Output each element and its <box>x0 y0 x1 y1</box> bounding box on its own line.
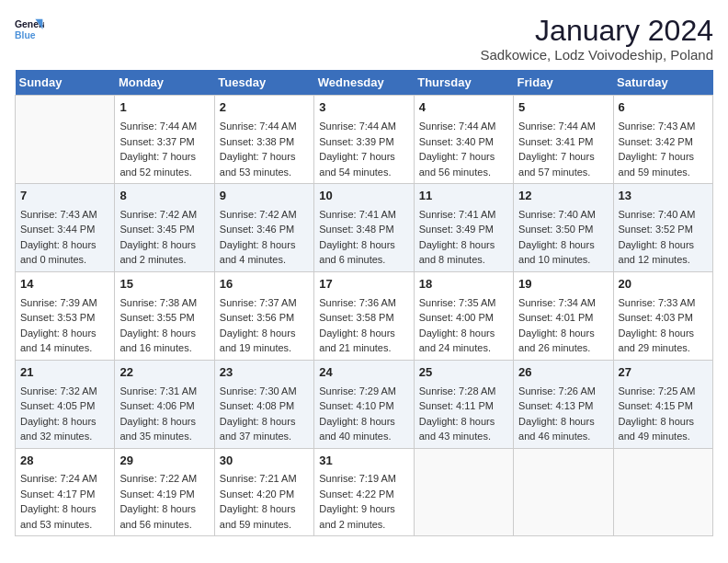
cell-day-number: 9 <box>220 188 309 205</box>
cell-day-number: 11 <box>419 188 508 205</box>
calendar-cell: 20Sunrise: 7:33 AMSunset: 4:03 PMDayligh… <box>613 271 712 360</box>
calendar-cell: 23Sunrise: 7:30 AMSunset: 4:08 PMDayligh… <box>214 360 313 448</box>
cell-info: Sunrise: 7:37 AMSunset: 3:56 PMDaylight:… <box>220 295 309 356</box>
calendar-cell <box>414 448 513 536</box>
cell-info: Sunrise: 7:29 AMSunset: 4:10 PMDaylight:… <box>319 384 408 444</box>
cell-info: Sunrise: 7:26 AMSunset: 4:13 PMDaylight:… <box>518 384 608 444</box>
header-tuesday: Tuesday <box>214 70 313 96</box>
cell-info: Sunrise: 7:43 AMSunset: 3:44 PMDaylight:… <box>20 207 109 268</box>
calendar-cell: 26Sunrise: 7:26 AMSunset: 4:13 PMDayligh… <box>514 360 613 448</box>
cell-day-number: 17 <box>319 276 408 293</box>
cell-info: Sunrise: 7:38 AMSunset: 3:55 PMDaylight:… <box>119 295 209 356</box>
cell-day-number: 21 <box>20 364 109 382</box>
cell-day-number: 28 <box>20 453 109 470</box>
calendar-cell: 17Sunrise: 7:36 AMSunset: 3:58 PMDayligh… <box>314 271 414 360</box>
calendar-cell: 9Sunrise: 7:42 AMSunset: 3:46 PMDaylight… <box>214 184 313 272</box>
calendar-cell: 28Sunrise: 7:24 AMSunset: 4:17 PMDayligh… <box>16 448 115 536</box>
cell-day-number: 23 <box>220 364 309 382</box>
cell-info: Sunrise: 7:35 AMSunset: 4:00 PMDaylight:… <box>419 295 508 356</box>
cell-day-number: 7 <box>20 188 109 205</box>
cell-info: Sunrise: 7:42 AMSunset: 3:46 PMDaylight:… <box>220 207 309 268</box>
logo-icon: General Blue <box>15 15 44 44</box>
cell-day-number: 26 <box>518 364 608 382</box>
header-saturday: Saturday <box>613 70 712 96</box>
cell-info: Sunrise: 7:24 AMSunset: 4:17 PMDaylight:… <box>20 471 109 532</box>
header-wednesday: Wednesday <box>314 70 414 96</box>
cell-info: Sunrise: 7:39 AMSunset: 3:53 PMDaylight:… <box>20 295 109 356</box>
cell-info: Sunrise: 7:19 AMSunset: 4:22 PMDaylight:… <box>319 471 408 532</box>
cell-day-number: 22 <box>119 364 209 382</box>
cell-day-number: 10 <box>319 188 408 205</box>
calendar-cell: 5Sunrise: 7:44 AMSunset: 3:41 PMDaylight… <box>514 96 613 184</box>
cell-info: Sunrise: 7:40 AMSunset: 3:52 PMDaylight:… <box>619 207 708 268</box>
cell-info: Sunrise: 7:31 AMSunset: 4:06 PMDaylight:… <box>119 384 209 444</box>
cell-info: Sunrise: 7:44 AMSunset: 3:39 PMDaylight:… <box>319 119 408 179</box>
calendar-cell <box>16 96 115 184</box>
cell-info: Sunrise: 7:41 AMSunset: 3:48 PMDaylight:… <box>319 207 408 268</box>
cell-day-number: 6 <box>619 99 708 117</box>
cell-day-number: 2 <box>220 99 309 117</box>
calendar-cell: 4Sunrise: 7:44 AMSunset: 3:40 PMDaylight… <box>414 96 513 184</box>
calendar-week-row: 14Sunrise: 7:39 AMSunset: 3:53 PMDayligh… <box>16 271 713 360</box>
cell-day-number: 24 <box>319 364 408 382</box>
calendar-cell: 29Sunrise: 7:22 AMSunset: 4:19 PMDayligh… <box>115 448 214 536</box>
svg-text:Blue: Blue <box>15 30 36 40</box>
calendar-week-row: 1Sunrise: 7:44 AMSunset: 3:37 PMDaylight… <box>16 96 713 184</box>
cell-info: Sunrise: 7:30 AMSunset: 4:08 PMDaylight:… <box>220 384 309 444</box>
calendar-cell: 18Sunrise: 7:35 AMSunset: 4:00 PMDayligh… <box>414 271 513 360</box>
cell-info: Sunrise: 7:28 AMSunset: 4:11 PMDaylight:… <box>419 384 508 444</box>
cell-day-number: 15 <box>119 276 209 293</box>
calendar-cell <box>613 448 712 536</box>
cell-info: Sunrise: 7:44 AMSunset: 3:37 PMDaylight:… <box>119 119 209 179</box>
calendar-cell: 3Sunrise: 7:44 AMSunset: 3:39 PMDaylight… <box>314 96 414 184</box>
cell-info: Sunrise: 7:22 AMSunset: 4:19 PMDaylight:… <box>119 471 209 532</box>
calendar-cell: 25Sunrise: 7:28 AMSunset: 4:11 PMDayligh… <box>414 360 513 448</box>
calendar-cell: 7Sunrise: 7:43 AMSunset: 3:44 PMDaylight… <box>16 184 115 272</box>
cell-day-number: 25 <box>419 364 508 382</box>
calendar-cell: 12Sunrise: 7:40 AMSunset: 3:50 PMDayligh… <box>514 184 613 272</box>
cell-day-number: 29 <box>119 453 209 470</box>
calendar-cell: 8Sunrise: 7:42 AMSunset: 3:45 PMDaylight… <box>115 184 214 272</box>
cell-day-number: 19 <box>518 276 608 293</box>
cell-info: Sunrise: 7:44 AMSunset: 3:40 PMDaylight:… <box>419 119 508 179</box>
cell-day-number: 4 <box>419 99 508 117</box>
logo: General Blue <box>15 15 44 44</box>
cell-info: Sunrise: 7:36 AMSunset: 3:58 PMDaylight:… <box>319 295 408 356</box>
calendar-week-row: 21Sunrise: 7:32 AMSunset: 4:05 PMDayligh… <box>16 360 713 448</box>
cell-day-number: 13 <box>619 188 708 205</box>
calendar-table: SundayMondayTuesdayWednesdayThursdayFrid… <box>15 70 713 536</box>
cell-info: Sunrise: 7:25 AMSunset: 4:15 PMDaylight:… <box>619 384 708 444</box>
cell-info: Sunrise: 7:44 AMSunset: 3:41 PMDaylight:… <box>518 119 608 179</box>
cell-day-number: 3 <box>319 99 408 117</box>
title-block: January 2024 Sadkowice, Lodz Voivodeship… <box>480 15 713 63</box>
calendar-cell: 19Sunrise: 7:34 AMSunset: 4:01 PMDayligh… <box>514 271 613 360</box>
cell-info: Sunrise: 7:42 AMSunset: 3:45 PMDaylight:… <box>119 207 209 268</box>
calendar-cell: 15Sunrise: 7:38 AMSunset: 3:55 PMDayligh… <box>115 271 214 360</box>
calendar-cell: 31Sunrise: 7:19 AMSunset: 4:22 PMDayligh… <box>314 448 414 536</box>
cell-info: Sunrise: 7:40 AMSunset: 3:50 PMDaylight:… <box>518 207 608 268</box>
calendar-cell: 6Sunrise: 7:43 AMSunset: 3:42 PMDaylight… <box>613 96 712 184</box>
header-monday: Monday <box>115 70 214 96</box>
cell-day-number: 14 <box>20 276 109 293</box>
cell-day-number: 16 <box>220 276 309 293</box>
calendar-cell: 10Sunrise: 7:41 AMSunset: 3:48 PMDayligh… <box>314 184 414 272</box>
cell-info: Sunrise: 7:21 AMSunset: 4:20 PMDaylight:… <box>220 471 309 532</box>
calendar-cell: 11Sunrise: 7:41 AMSunset: 3:49 PMDayligh… <box>414 184 513 272</box>
cell-day-number: 5 <box>518 99 608 117</box>
calendar-cell: 27Sunrise: 7:25 AMSunset: 4:15 PMDayligh… <box>613 360 712 448</box>
calendar-cell: 2Sunrise: 7:44 AMSunset: 3:38 PMDaylight… <box>214 96 313 184</box>
cell-day-number: 18 <box>419 276 508 293</box>
cell-day-number: 1 <box>119 99 209 117</box>
cell-day-number: 12 <box>518 188 608 205</box>
header-thursday: Thursday <box>414 70 513 96</box>
cell-info: Sunrise: 7:32 AMSunset: 4:05 PMDaylight:… <box>20 384 109 444</box>
cell-info: Sunrise: 7:33 AMSunset: 4:03 PMDaylight:… <box>619 295 708 356</box>
cell-day-number: 20 <box>619 276 708 293</box>
page-header: General Blue January 2024 Sadkowice, Lod… <box>15 15 713 63</box>
calendar-cell: 30Sunrise: 7:21 AMSunset: 4:20 PMDayligh… <box>214 448 313 536</box>
page-subtitle: Sadkowice, Lodz Voivodeship, Poland <box>480 47 713 63</box>
calendar-cell: 16Sunrise: 7:37 AMSunset: 3:56 PMDayligh… <box>214 271 313 360</box>
header-friday: Friday <box>514 70 613 96</box>
header-sunday: Sunday <box>16 70 115 96</box>
calendar-cell: 22Sunrise: 7:31 AMSunset: 4:06 PMDayligh… <box>115 360 214 448</box>
